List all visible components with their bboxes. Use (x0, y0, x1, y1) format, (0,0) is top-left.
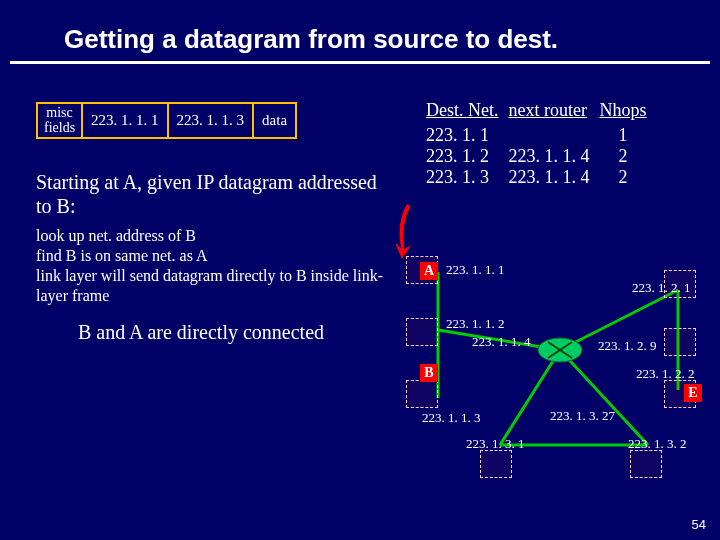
network-diagram: A 223. 1. 1. 1 223. 1. 1. 2 223. 1. 1. 4… (380, 230, 720, 490)
cell-next (508, 125, 599, 146)
start-text: Starting at A, given IP datagram address… (36, 170, 386, 218)
slide-title: Getting a datagram from source to dest. (0, 0, 720, 61)
cell-next: 223. 1. 1. 4 (508, 146, 599, 167)
title-underline (10, 61, 710, 64)
svg-line-4 (500, 350, 560, 445)
th-nhops: Nhops (599, 100, 656, 125)
pkt-misc-bot: fields (44, 121, 75, 136)
cell-dest: 223. 1. 2 (426, 146, 508, 167)
pkt-dst: 223. 1. 1. 3 (169, 104, 255, 137)
cell-hops: 1 (599, 125, 656, 146)
table-header-row: Dest. Net. next router Nhops (426, 100, 657, 125)
th-next: next router (508, 100, 599, 125)
table-row: 223. 1. 2 223. 1. 1. 4 2 (426, 146, 657, 167)
ip-packet: misc fields 223. 1. 1. 1 223. 1. 1. 3 da… (36, 102, 297, 139)
ip-b: 223. 1. 1. 3 (422, 410, 481, 426)
pkt-data: data (254, 104, 295, 137)
ip-router-left: 223. 1. 1. 4 (472, 334, 531, 350)
cell-dest: 223. 1. 3 (426, 167, 508, 188)
th-dest: Dest. Net. (426, 100, 508, 125)
ip-d2: 223. 1. 3. 1 (466, 436, 525, 452)
page-number: 54 (692, 517, 706, 532)
host-d2-icon (480, 450, 512, 478)
pkt-misc: misc fields (38, 104, 83, 137)
bullet-text: look up net. address of B find B is on s… (36, 226, 396, 306)
pkt-misc-top: misc (46, 106, 72, 121)
cell-next: 223. 1. 1. 4 (508, 167, 599, 188)
host-b-icon (406, 380, 438, 408)
routing-table: Dest. Net. next router Nhops 223. 1. 1 1… (426, 100, 657, 188)
host-e-label: E (684, 384, 702, 402)
table-row: 223. 1. 1 1 (426, 125, 657, 146)
table-row: 223. 1. 3 223. 1. 1. 4 2 (426, 167, 657, 188)
pkt-src: 223. 1. 1. 1 (83, 104, 169, 137)
cell-dest: 223. 1. 1 (426, 125, 508, 146)
ip-a: 223. 1. 1. 1 (446, 262, 505, 278)
svg-line-5 (560, 350, 648, 445)
host-d3-icon (630, 450, 662, 478)
ip-d3: 223. 1. 3. 2 (628, 436, 687, 452)
host-a2-icon (406, 318, 438, 346)
ip-a2: 223. 1. 1. 2 (446, 316, 505, 332)
cell-hops: 2 (599, 146, 656, 167)
ip-d1: 223. 1. 3. 27 (550, 408, 615, 424)
ip-c2: 223. 1. 2. 9 (598, 338, 657, 354)
host-b-label: B (420, 364, 438, 382)
host-c2-icon (664, 328, 696, 356)
cell-hops: 2 (599, 167, 656, 188)
host-a-label: A (420, 262, 438, 280)
ip-c1: 223. 1. 2. 1 (632, 280, 691, 296)
conclusion-text: B and A are directly connected (78, 320, 378, 344)
